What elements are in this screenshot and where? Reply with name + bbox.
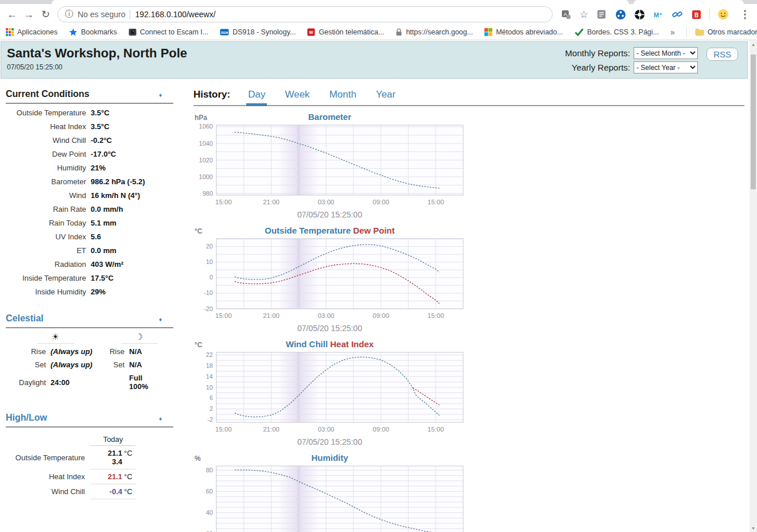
moon-phase-name: Full (129, 374, 173, 382)
tab-day[interactable]: Day (246, 89, 267, 106)
svg-text:-2: -2 (207, 416, 213, 423)
svg-text:18: 18 (206, 362, 213, 369)
scroll-up-icon[interactable] (750, 41, 757, 48)
svg-text:6: 6 (209, 394, 213, 401)
address-bar[interactable]: No es seguro 192.168.0.100/weewx/ (57, 6, 553, 22)
svg-text:1020: 1020 (199, 157, 213, 164)
condition-value: 29% (91, 285, 173, 298)
chart-title-text: Outside Temperature (265, 226, 351, 235)
bookmarks-bar: AplicacionesBookmarksConnect to Escam I.… (0, 25, 757, 40)
scrollbar-thumb[interactable] (751, 55, 756, 189)
link-extension-icon[interactable] (671, 9, 683, 20)
celestial-title: Celestial (6, 313, 173, 328)
svg-text:15:00: 15:00 (215, 312, 232, 319)
high-value: 21.1 (108, 472, 122, 481)
condition-value: 5.1 mm (91, 216, 173, 230)
current-conditions-title: Current Conditions (6, 89, 173, 104)
svg-text:09:00: 09:00 (372, 312, 389, 319)
mplus-extension-icon[interactable]: M⁺ (653, 9, 664, 20)
condition-label: Dew Point (6, 147, 91, 161)
chart-plot-humidity: 2040608015:0021:0003:0009:0015:00 (193, 464, 466, 532)
condition-value: 16 km/h N (4°) (91, 188, 173, 202)
condition-label: Outside Temperature (6, 106, 91, 119)
chart-title-text: Dew Point (353, 226, 395, 235)
chart-title-text: Heat Index (330, 339, 374, 349)
chart-title-humidity: %Humidity (193, 453, 466, 464)
url-text[interactable]: 192.168.0.100/weewx/ (135, 10, 215, 19)
condition-row: Humidity21% (6, 161, 173, 174)
lock-gray-icon (395, 28, 402, 36)
bookmark-item[interactable]: Aplicaciones (6, 28, 57, 36)
toolbar-separator (709, 9, 710, 20)
reload-icon[interactable] (37, 6, 54, 23)
omnibox-separator (130, 10, 130, 20)
bookmark-item[interactable]: Bordes. CSS 3. Pági... (574, 28, 659, 36)
monthly-reports-select[interactable]: - Select Month - (634, 47, 698, 59)
svg-text:21:00: 21:00 (263, 426, 279, 433)
info-icon[interactable] (65, 9, 73, 20)
browser-tab[interactable] (634, 0, 744, 4)
bookmarks-overflow-icon[interactable] (670, 28, 675, 37)
chart-barometer: hPaBarometer980100010201040106015:0021:0… (193, 112, 466, 220)
unit-label: °C (124, 449, 135, 457)
condition-label: Heat Index (6, 119, 91, 133)
bookmark-label: Bordes. CSS 3. Pági... (587, 28, 659, 36)
svg-text:2: 2 (209, 405, 213, 412)
ms-grid-icon (484, 28, 492, 36)
collapse-diamond-icon[interactable] (159, 316, 162, 323)
svg-text:DSM: DSM (221, 31, 228, 34)
condition-row: Rain Today5.1 mm (6, 216, 173, 230)
condition-label: Rain Rate (6, 202, 91, 216)
bookmark-item[interactable]: Métodos abreviado... (484, 28, 563, 36)
condition-label: UV Index (6, 230, 91, 243)
other-bookmarks-button[interactable]: Otros marcadores (695, 28, 757, 36)
chart-title-text: Humidity (311, 453, 348, 463)
bookmark-items: AplicacionesBookmarksConnect to Escam I.… (6, 28, 659, 36)
browser-tab-strip (0, 0, 757, 4)
site-header: Santa's Workshop, North Pole 07/05/20 15… (1, 41, 748, 79)
shutter-extension-icon[interactable] (634, 9, 645, 20)
wheel-extension-icon[interactable] (615, 9, 626, 20)
back-icon[interactable] (3, 6, 20, 23)
bookmark-item[interactable]: wGestión telemática... (307, 28, 384, 36)
browser-active-tab[interactable] (52, 0, 629, 4)
collapse-diamond-icon[interactable] (159, 415, 162, 422)
sun-rise-label: Rise (6, 345, 51, 358)
red-b-extension-icon[interactable]: B (690, 9, 702, 20)
collapse-diamond-icon[interactable] (159, 92, 162, 98)
forward-icon[interactable] (20, 6, 37, 23)
moon-icon (135, 332, 143, 341)
condition-label: ET (6, 243, 91, 257)
monthly-reports-label: Monthly Reports: (565, 48, 630, 58)
rss-button[interactable]: RSS (706, 48, 738, 61)
tab-week[interactable]: Week (283, 89, 311, 105)
condition-value: 0.0 mm/h (91, 202, 173, 216)
high-value: -0.4 (110, 487, 122, 496)
bookmark-item[interactable]: https://search.goog... (395, 28, 473, 36)
bookmark-item[interactable]: Bookmarks (69, 28, 117, 36)
scroll-down-icon[interactable] (750, 525, 757, 532)
tab-year[interactable]: Year (374, 89, 397, 105)
bookmark-star-icon[interactable] (580, 9, 588, 21)
tab-month[interactable]: Month (328, 89, 358, 105)
bookmark-item[interactable]: DSMDS918 - Synology... (220, 28, 296, 36)
bookmark-item[interactable]: Connect to Escam I... (129, 28, 209, 36)
yearly-reports-select[interactable]: - Select Year - (634, 61, 698, 73)
high-value: 21.1 (108, 449, 122, 457)
high-low-label: Outside Temperature (6, 446, 91, 469)
svg-text:20: 20 (206, 243, 213, 250)
sun-set-label: Set (6, 358, 51, 371)
browser-menu-icon[interactable] (736, 6, 754, 23)
svg-text:1040: 1040 (199, 140, 213, 147)
bookmarks-separator (686, 27, 687, 37)
chart-plot-windchill: -2261014182215:0021:0003:0009:0015:00 (193, 351, 466, 437)
journal-extension-icon[interactable] (596, 9, 607, 20)
chart-title-barometer: hPaBarometer (193, 112, 466, 123)
high-low-column-header: Today (91, 433, 135, 446)
condition-row: Barometer986.2 hPa (-5.2) (6, 174, 173, 188)
translate-icon[interactable]: A (561, 9, 572, 20)
condition-label: Rain Today (6, 216, 91, 230)
vertical-scrollbar[interactable] (750, 41, 757, 532)
svg-text:10: 10 (206, 258, 213, 265)
profile-avatar[interactable] (717, 9, 729, 20)
